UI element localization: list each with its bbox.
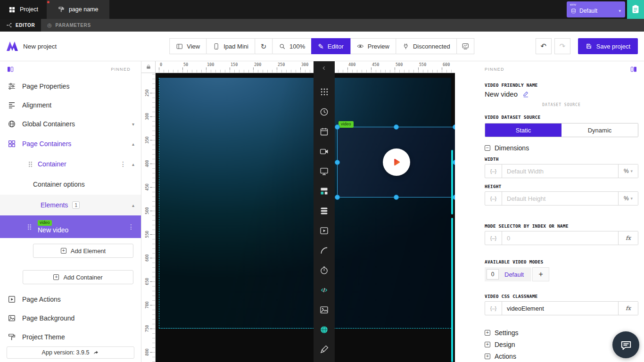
fx-button[interactable]: fx [618,231,638,245]
device-label: Ipad Mini [223,43,248,50]
tab-editor-mode[interactable]: EDITOR [0,19,41,32]
panel-toggle-icon[interactable] [7,66,14,73]
chevron-down-icon: ▾ [132,122,134,127]
drag-handle-icon[interactable] [28,161,33,167]
kebab-menu-icon[interactable]: ⋮ [128,223,134,230]
page-canvas[interactable]: video [159,78,451,329]
app-version-button[interactable]: App version: 3.9.5 [7,346,134,359]
add-element-button[interactable]: + Add Element [33,244,133,258]
dimensions-section-header[interactable]: − Dimensions [485,144,638,152]
sidebar-item-project-theme[interactable]: Project Theme [0,328,141,346]
binding-toggle-icon[interactable]: {–} [485,231,502,245]
resize-handle[interactable] [335,195,340,200]
container-guide-bar [451,218,453,362]
add-mode-button[interactable]: + [532,267,549,281]
theme-roller-icon [8,333,16,341]
chat-button[interactable] [612,331,639,358]
element-palette [314,61,335,362]
apps-grid-icon[interactable] [319,86,330,98]
tab-page-name[interactable]: page name [47,0,110,19]
alignment-icon [8,101,16,109]
arc-icon[interactable] [319,245,330,256]
rows-icon[interactable] [319,205,330,216]
resize-handle[interactable] [453,124,455,130]
tab-project[interactable]: Project [0,0,47,19]
calendar-icon[interactable] [319,126,330,137]
image-icon[interactable] [319,304,330,315]
app-logo [6,41,18,51]
collapse-arrow-icon[interactable] [321,65,327,71]
view-button[interactable]: View [169,38,206,54]
timer-icon[interactable] [319,264,330,276]
inspector-panel: PINNED VIDEO FRIENDLY NAME New video DAT… [476,61,644,362]
sidebar-item-page-actions[interactable]: Page Actions [0,290,141,309]
width-unit-select[interactable]: % ▾ [618,165,638,178]
code-block-icon[interactable] [319,284,330,296]
drag-handle-icon[interactable] [27,224,32,230]
sidebar-item-page-background[interactable]: Page Background [0,309,141,328]
sidebar-item-page-properties[interactable]: Page Properties [0,77,141,96]
sidebar-item-label: Global Containers [22,120,75,128]
monitor-icon[interactable] [319,165,330,177]
dynamic-option[interactable]: Dynamic [561,123,638,137]
resize-handle[interactable] [335,124,340,130]
height-unit-select[interactable]: % ▾ [618,192,638,205]
height-input[interactable] [502,192,618,205]
resize-handle[interactable] [394,124,399,130]
target-icon: ◎ [47,22,52,28]
fx-button[interactable]: fx [618,302,638,315]
redo-button[interactable]: ↷ [554,38,570,54]
ruler-lock-button[interactable] [141,61,156,73]
save-project-button[interactable]: Save project [578,38,638,54]
env-value: Default [579,8,597,14]
video-player-icon[interactable] [319,225,330,236]
connection-status-button[interactable]: Disconnected [396,38,457,54]
tree-item-elements[interactable]: Elements 1 ▴ [0,195,141,215]
clock-icon[interactable] [319,106,330,117]
edit-pencil-icon[interactable] [522,90,530,98]
preview-button[interactable]: Preview [350,38,396,54]
static-option[interactable]: Static [485,123,561,137]
mode-default-link[interactable]: Default [504,271,524,278]
tab-parameters-mode[interactable]: ◎ PARAMETERS [41,19,97,32]
add-container-button[interactable]: + Add Container [23,270,133,284]
undo-button[interactable]: ↶ [536,38,552,54]
binding-toggle-icon[interactable]: {–} [485,302,502,315]
binding-toggle-icon[interactable]: {–} [485,165,502,178]
resize-handle[interactable] [394,195,399,200]
h-ruler: 050100150200250300350400450500550600 [156,61,455,73]
undo-icon: ↶ [540,42,546,50]
sidebar-item-global-containers[interactable]: Global Containers ▾ [0,115,141,133]
panel-collapse-icon[interactable] [630,66,637,73]
environment-selector[interactable]: env Default ▾ [567,1,625,17]
minus-square-icon: − [485,145,490,151]
rotate-device-button[interactable]: ↻ [255,38,272,54]
tree-item-new-video[interactable]: video New video ⋮ [0,215,141,238]
mode-selector-input[interactable] [502,231,618,245]
video-element[interactable]: video [337,127,455,197]
flow-icon [6,22,12,28]
video-camera-icon[interactable] [319,146,330,157]
editor-tab-button[interactable]: ✎ Editor [311,38,350,54]
top-bar: Project page name env Default ▾ [0,0,644,19]
clipboard-button[interactable] [627,0,644,19]
width-input[interactable] [502,165,618,178]
sidebar-item-page-containers[interactable]: Page Containers ▴ [0,133,141,154]
sidebar-item-alignment[interactable]: Alignment [0,96,141,115]
tablet-icon [213,43,220,50]
tree-item-container[interactable]: Container ⋮ ▴ [0,154,141,174]
kebab-menu-icon[interactable]: ⋮ [120,160,126,168]
zoom-button[interactable]: 100% [272,38,312,54]
chart-edit-button[interactable] [456,38,474,54]
globe-icon[interactable] [319,324,330,335]
css-classname-input[interactable] [502,302,618,315]
layout-blocks-icon[interactable] [319,185,330,197]
tree-item-container-options[interactable]: Container options [0,174,141,195]
pen-icon[interactable] [319,344,330,355]
section-label: Actions [495,353,516,360]
resize-handle[interactable] [335,160,340,165]
device-selector-button[interactable]: Ipad Mini [206,38,255,54]
image-icon [8,314,16,322]
binding-toggle-icon[interactable]: {–} [485,192,502,205]
canvas-viewport[interactable]: video [156,73,455,362]
